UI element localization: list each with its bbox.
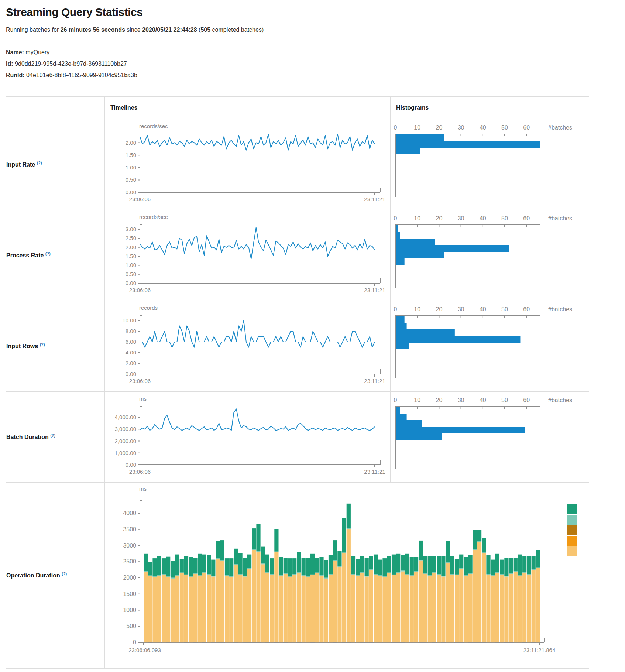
- operation-duration-bar: [302, 558, 306, 642]
- operation-duration-bar: [171, 561, 175, 642]
- svg-text:4,000.00: 4,000.00: [115, 414, 136, 420]
- svg-text:2.50: 2.50: [126, 235, 136, 241]
- operation-duration-help-icon[interactable]: (?): [62, 572, 67, 576]
- input-rows-help-icon[interactable]: (?): [40, 342, 45, 347]
- svg-text:30: 30: [458, 397, 464, 403]
- svg-text:23:06:06: 23:06:06: [129, 469, 151, 475]
- svg-text:1.00: 1.00: [126, 262, 136, 268]
- svg-text:60: 60: [523, 124, 530, 131]
- operation-duration-bar: [518, 555, 522, 643]
- svg-text:2,000.00: 2,000.00: [115, 438, 136, 444]
- operation-duration-bar: [166, 557, 170, 642]
- operation-duration-bar: [504, 558, 508, 642]
- operation-duration-bar: [464, 557, 468, 643]
- input-rate-help-icon[interactable]: (?): [37, 161, 42, 165]
- timeline-svg: records10.008.006.004.002.000.0023:06:06…: [105, 301, 389, 391]
- operation-duration-bar: [527, 556, 531, 642]
- svg-text:23:06:06: 23:06:06: [129, 196, 151, 202]
- svg-text:500: 500: [126, 623, 136, 629]
- operation-duration-bar: [365, 558, 369, 642]
- histogram-bar: [396, 420, 422, 427]
- histogram-bar: [396, 323, 407, 329]
- svg-text:10: 10: [414, 124, 420, 131]
- histogram-bar: [396, 239, 435, 245]
- table-row: Input Rows (?) records10.008.006.004.002…: [6, 301, 589, 392]
- row-label-input-rate: Input Rate (?): [6, 119, 105, 210]
- svg-text:2.00: 2.00: [126, 360, 136, 366]
- summary-start-time: 2020/05/21 22:44:28: [142, 27, 197, 33]
- svg-text:#batches: #batches: [548, 397, 572, 403]
- operation-duration-bar: [428, 556, 432, 642]
- legend-swatch: [567, 536, 577, 546]
- histogram-bar: [396, 252, 444, 258]
- input-rows-timeline-chart: records10.008.006.004.002.000.0023:06:06…: [105, 301, 390, 391]
- input-rate-histogram-chart: 0102030405060#batches: [391, 119, 589, 210]
- summary-paren-open: (: [197, 27, 201, 33]
- process-rate-histogram-cell: 0102030405060#batches: [391, 210, 589, 301]
- operation-duration-bar: [180, 559, 184, 642]
- input-rate-histogram-cell: 0102030405060#batches: [391, 119, 589, 210]
- svg-text:10: 10: [414, 306, 420, 312]
- running-batches-summary: Running batches for 26 minutes 56 second…: [6, 27, 619, 33]
- row-label-batch-duration: Batch Duration (?): [6, 392, 105, 483]
- process-rate-help-icon[interactable]: (?): [45, 251, 51, 256]
- svg-text:#batches: #batches: [548, 215, 572, 222]
- operation-duration-bar: [157, 556, 161, 642]
- batch-duration-histogram-chart: 0102030405060#batches: [391, 392, 589, 482]
- svg-text:0: 0: [133, 639, 136, 645]
- svg-text:40: 40: [480, 397, 486, 403]
- operation-duration-bar: [374, 555, 378, 643]
- operation-duration-bar: [234, 549, 238, 642]
- operation-duration-bar: [319, 557, 323, 643]
- histogram-bar: [396, 148, 420, 154]
- operation-duration-bar: [247, 555, 251, 642]
- legend-swatch: [567, 515, 577, 525]
- svg-text:records/sec: records/sec: [139, 214, 168, 220]
- svg-text:2.00: 2.00: [126, 140, 136, 146]
- operation-duration-bar: [297, 552, 301, 642]
- svg-text:1.00: 1.00: [126, 164, 136, 171]
- svg-text:0.50: 0.50: [126, 176, 136, 183]
- svg-text:0: 0: [394, 397, 397, 403]
- timeline-line-series: [140, 227, 375, 259]
- operation-duration-bar: [175, 555, 179, 643]
- query-runid-label: RunId:: [6, 72, 25, 78]
- operation-duration-bar: [455, 559, 459, 642]
- operation-duration-bar: [473, 530, 477, 642]
- operation-duration-bar: [211, 560, 215, 642]
- query-name-line: Name: myQuery: [6, 47, 619, 58]
- operation-duration-bar: [152, 558, 157, 642]
- header-timelines: Timelines: [105, 97, 391, 119]
- svg-text:50: 50: [501, 306, 508, 312]
- operation-duration-bar: [486, 555, 490, 642]
- operation-duration-stacked-chart: ms4000350030002500200015001000500023:06:…: [105, 483, 589, 668]
- svg-text:1000: 1000: [123, 607, 136, 613]
- timeline-line-series: [140, 409, 375, 430]
- timeline-svg: records/sec2.001.501.000.500.0023:06:062…: [105, 119, 389, 210]
- svg-text:50: 50: [501, 215, 508, 222]
- operation-duration-bar: [342, 518, 346, 642]
- operation-duration-bar: [292, 558, 296, 642]
- histogram-bar: [396, 407, 400, 414]
- query-name-label: Name:: [6, 49, 24, 55]
- operation-duration-bar: [310, 554, 315, 642]
- operation-duration-bar: [284, 558, 288, 642]
- operation-duration-bar: [252, 528, 256, 642]
- summary-mid: since: [125, 27, 142, 33]
- histogram-bar: [396, 433, 442, 440]
- summary-paren-close: completed batches): [210, 27, 264, 33]
- svg-text:23:06:06: 23:06:06: [129, 287, 151, 293]
- statistics-table: Timelines Histograms Input Rate (?) reco…: [6, 96, 589, 669]
- operation-duration-bar: [229, 558, 233, 642]
- batch-duration-help-icon[interactable]: (?): [50, 433, 55, 438]
- operation-duration-bar: [387, 556, 391, 642]
- svg-text:6.00: 6.00: [126, 339, 136, 345]
- histogram-svg: 0102030405060#batches: [391, 119, 588, 210]
- row-label-process-rate: Process Rate (?): [6, 210, 105, 301]
- input-rows-timeline-cell: records10.008.006.004.002.000.0023:06:06…: [105, 301, 391, 392]
- histogram-svg: 0102030405060#batches: [391, 301, 588, 391]
- page-title: Streaming Query Statistics: [6, 6, 619, 18]
- svg-text:30: 30: [458, 124, 464, 131]
- svg-text:3000: 3000: [123, 542, 136, 549]
- batch-duration-histogram-cell: 0102030405060#batches: [391, 392, 589, 483]
